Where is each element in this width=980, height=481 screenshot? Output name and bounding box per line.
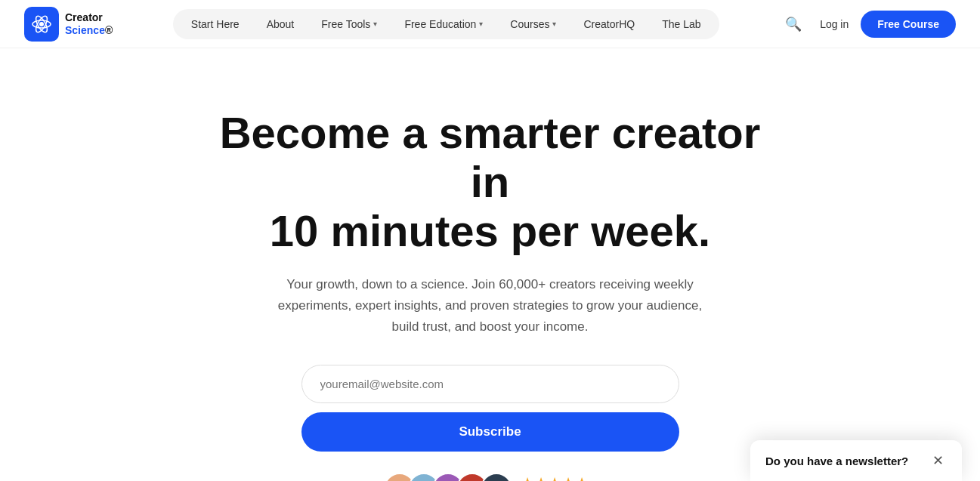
popup-close-button[interactable]: ✕ xyxy=(929,452,947,469)
star-rating: ★ ★ ★ ★ ★ xyxy=(521,474,588,482)
nav-item-free-tools[interactable]: Free Tools ▾ xyxy=(309,14,389,35)
search-button[interactable]: 🔍 xyxy=(779,13,808,35)
login-button[interactable]: Log in xyxy=(820,18,849,30)
avatar: 👤 xyxy=(481,473,512,481)
navbar: CreatorScience® Start Here About Free To… xyxy=(0,0,980,48)
hero-title: Become a smarter creator in 10 minutes p… xyxy=(203,109,778,256)
social-proof: 😊 😄 🙂 😎 👤 ★ ★ ★ ★ ★ from 466 reviews xyxy=(384,473,596,481)
free-course-button[interactable]: Free Course xyxy=(861,11,956,38)
logo-icon xyxy=(24,7,59,42)
nav-item-the-lab[interactable]: The Lab xyxy=(650,14,713,35)
subscribe-button[interactable]: Subscribe xyxy=(301,412,679,452)
nav-item-creatorhq[interactable]: CreatorHQ xyxy=(571,14,647,35)
star-icon: ★ xyxy=(535,474,547,482)
nav-item-courses[interactable]: Courses ▾ xyxy=(498,14,568,35)
logo-text: CreatorScience® xyxy=(65,11,113,37)
search-icon: 🔍 xyxy=(785,17,802,32)
nav-item-about[interactable]: About xyxy=(255,14,307,35)
hero-subtitle: Your growth, down to a science. Join 60,… xyxy=(271,274,709,338)
svg-point-0 xyxy=(39,22,44,26)
nav-pill: Start Here About Free Tools ▾ Free Educa… xyxy=(173,9,719,39)
email-input[interactable] xyxy=(301,365,679,403)
star-icon: ★ xyxy=(549,474,561,482)
close-icon: ✕ xyxy=(932,453,944,468)
star-icon: ★ xyxy=(521,474,533,482)
popup-question: Do you have a newsletter? xyxy=(765,455,908,467)
popup-banner: Do you have a newsletter? ✕ xyxy=(750,440,962,481)
chevron-down-icon: ▾ xyxy=(552,20,556,28)
nav-item-start-here[interactable]: Start Here xyxy=(179,14,252,35)
chevron-down-icon: ▾ xyxy=(479,20,483,28)
chevron-down-icon: ▾ xyxy=(373,20,377,28)
hero-section: Become a smarter creator in 10 minutes p… xyxy=(0,48,980,481)
logo[interactable]: CreatorScience® xyxy=(24,7,113,42)
star-half-icon: ★ xyxy=(576,474,588,482)
nav-right: 🔍 Log in Free Course xyxy=(779,11,956,38)
star-icon: ★ xyxy=(562,474,574,482)
nav-item-free-education[interactable]: Free Education ▾ xyxy=(392,14,495,35)
avatar-group: 😊 😄 🙂 😎 👤 xyxy=(384,473,512,481)
reviews-info: ★ ★ ★ ★ ★ from 466 reviews xyxy=(521,474,596,482)
